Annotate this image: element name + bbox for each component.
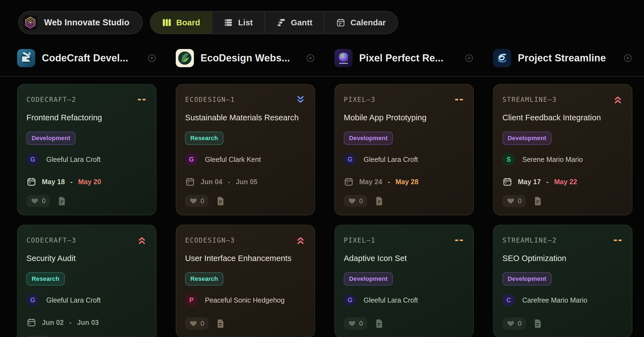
card-footer: 0 [185,195,306,207]
notes-icon[interactable] [534,319,542,328]
priority-highest-icon [137,235,147,246]
date-separator: - [70,178,72,186]
date-range: May 24 - May 28 [344,177,464,187]
column-focus-icon[interactable] [306,53,315,63]
tab-calendar[interactable]: Calendar [324,12,397,34]
column-header: EcoDesign Webs... [176,48,315,68]
date-range: Jun 02 - Jun 03 [26,317,147,327]
streamline-logo-icon [493,49,511,67]
likes-button[interactable]: 0 [26,195,50,207]
card-footer: 0 [502,195,623,207]
tag-pill: Research [185,272,223,286]
calendar-icon [502,177,512,187]
workspace-switcher[interactable]: Web Innovate Studio [18,11,143,34]
start-date: Jun 02 [42,319,64,327]
task-card[interactable]: ECODESIGN–1 Sustainable Materials Resear… [176,84,315,215]
card-title: Mobile App Prototyping [344,113,464,122]
board-column: CODECRAFT–2 Frontend Refactoring Develop… [17,84,156,337]
start-date: Jun 04 [201,178,222,186]
assignee-name: Carefree Mario Mario [522,296,587,304]
avatar: G [185,153,198,166]
likes-button[interactable]: 0 [185,195,209,207]
board-column-headers: CodeCraft Devel... EcoDesign Webs... [17,48,632,68]
heart-icon [348,197,356,205]
task-card[interactable]: CODECRAFT–2 Frontend Refactoring Develop… [17,84,156,215]
tab-list-label: List [238,18,253,27]
likes-count: 0 [42,197,45,205]
tab-list[interactable]: List [212,12,265,34]
likes-button[interactable]: 0 [26,336,50,337]
priority-low-icon [295,94,306,105]
date-range: Jun 04 - Jun 05 [185,177,306,187]
notes-icon[interactable] [58,197,66,205]
card-footer: 0 [26,195,147,207]
calendar-icon [344,177,354,187]
calendar-icon [336,18,345,27]
pixel-logo-icon [334,49,353,67]
likes-button[interactable]: 0 [502,195,526,207]
notes-icon[interactable] [216,319,224,328]
card-title: Security Audit [26,254,147,263]
ticket-id: ECODESIGN–3 [185,237,235,244]
end-date: May 22 [554,178,577,186]
ticket-id: STREAMLINE–3 [502,96,557,104]
notes-icon[interactable] [375,319,383,328]
column-title: CodeCraft Devel... [42,52,140,64]
notes-icon[interactable] [216,197,224,205]
board-column: PIXEL–3 Mobile App Prototyping Developme… [334,84,474,337]
tag-pill: Research [26,272,65,286]
heart-icon [507,197,515,205]
assignee-row: C Carefree Mario Mario [502,294,623,306]
tag-pill: Research [185,132,223,145]
tag-pill: Development [344,132,393,145]
task-card[interactable]: ECODESIGN–3 User Interface Enhancements … [176,225,315,337]
tab-gantt[interactable]: Gantt [265,12,324,34]
end-date: May 28 [396,178,418,186]
likes-button[interactable]: 0 [185,317,209,330]
priority-medium-icon [613,235,623,246]
likes-button[interactable]: 0 [502,317,526,330]
column-focus-icon[interactable] [464,53,474,63]
card-title: Client Feedback Integration [502,113,623,122]
tab-board[interactable]: Board [150,12,212,34]
avatar: G [344,294,356,306]
task-card[interactable]: STREAMLINE–3 Client Feedback Integration… [493,84,632,215]
column-header: Pixel Perfect Re... [334,48,474,68]
likes-button[interactable]: 0 [344,195,367,207]
column-title: Pixel Perfect Re... [359,52,458,64]
assignee-name: Gleeful Clark Kent [205,156,261,164]
priority-highest-icon [295,235,306,246]
assignee-name: Gleeful Lara Croft [46,156,101,164]
notes-icon[interactable] [375,197,383,205]
start-date: May 18 [42,178,65,186]
column-focus-icon[interactable] [623,53,632,63]
task-card[interactable]: PIXEL–3 Mobile App Prototyping Developme… [334,84,474,215]
assignee-name: Gleeful Lara Croft [364,296,418,304]
priority-highest-icon [613,94,623,105]
notes-icon[interactable] [534,197,542,205]
tab-calendar-label: Calendar [350,18,386,27]
likes-count: 0 [359,197,363,205]
codecraft-logo-icon [17,49,35,67]
date-range: May 18 - May 20 [26,177,147,187]
list-icon [224,18,233,27]
date-range: May 17 - May 22 [502,177,623,187]
priority-medium-icon [454,235,464,246]
view-tabs: Board List [150,11,398,34]
calendar-icon [26,317,36,327]
task-card[interactable]: PIXEL–1 Adaptive Icon Set Development G … [334,225,474,337]
tag-pill: Development [26,132,75,145]
end-date: Jun 05 [236,178,258,186]
avatar: C [502,294,515,306]
assignee-row: G Gleeful Lara Croft [344,153,464,166]
task-card[interactable]: CODECRAFT–3 Security Audit Research G Gl… [17,225,156,337]
likes-button[interactable]: 0 [344,317,367,330]
column-focus-icon[interactable] [147,53,156,63]
card-title: Frontend Refactoring [26,113,147,122]
calendar-icon [185,177,195,187]
avatar: G [26,294,39,306]
ticket-id: CODECRAFT–2 [26,96,76,104]
task-card[interactable]: STREAMLINE–2 SEO Optimization Developmen… [493,225,632,337]
likes-count: 0 [518,197,521,205]
heart-icon [190,320,197,327]
